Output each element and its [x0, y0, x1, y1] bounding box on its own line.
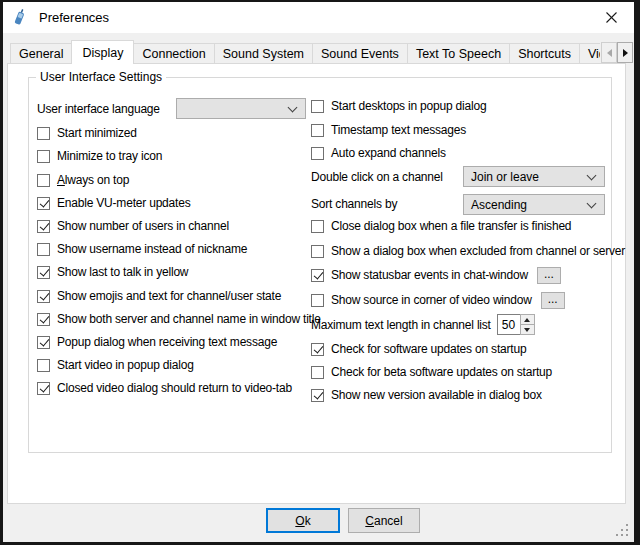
checkbox-label: Show new version available in dialog box — [331, 388, 542, 402]
checkbox-start-video-popup[interactable] — [37, 359, 50, 372]
sort-channels-row: Sort channels by — [311, 194, 397, 214]
resize-grip[interactable] — [616, 524, 630, 538]
sort-channels-combobox[interactable]: Ascending — [463, 194, 605, 215]
chevron-down-icon — [587, 171, 597, 181]
chevron-down-icon — [288, 103, 298, 113]
row-check-beta-updates: Check for beta software updates on start… — [311, 362, 552, 382]
checkbox-closed-video-return[interactable] — [37, 382, 50, 395]
checkbox-label: Minimize to tray icon — [57, 149, 162, 163]
row-close-filetransfer-dialog: Close dialog box when a file transfer is… — [311, 216, 571, 236]
tab-video[interactable]: Video — [579, 43, 600, 64]
chevron-right-icon — [623, 49, 628, 57]
row-show-emojis: Show emojis and text for channel/user st… — [37, 286, 281, 306]
checkbox-show-new-version[interactable] — [311, 389, 324, 402]
tab-connection[interactable]: Connection — [133, 43, 214, 64]
tab-label: General — [19, 47, 63, 61]
checkbox-label: Start desktops in popup dialog — [331, 99, 486, 113]
chevron-down-icon — [587, 199, 597, 209]
max-text-length-input[interactable]: 50 — [497, 314, 521, 335]
checkbox-check-beta-updates[interactable] — [311, 366, 324, 379]
checkbox-label: Show username instead of nickname — [57, 242, 247, 256]
checkbox-check-updates[interactable] — [311, 343, 324, 356]
checkbox-show-username[interactable] — [37, 243, 50, 256]
preferences-dialog: Preferences General Display Connection S… — [3, 2, 634, 542]
row-start-desktops-popup: Start desktops in popup dialog — [311, 96, 486, 116]
checkbox-show-video-source[interactable] — [311, 294, 324, 307]
row-show-statusbar-events: Show statusbar events in chat-window ... — [311, 265, 561, 285]
checkbox-label: Check for beta software updates on start… — [331, 365, 552, 379]
cancel-button[interactable]: Cancel — [348, 508, 420, 533]
tab-general[interactable]: General — [10, 43, 72, 64]
checkbox-auto-expand-channels[interactable] — [311, 147, 324, 160]
max-text-length-row: Maximum text length in channel list 50 — [311, 314, 535, 335]
sort-channels-label: Sort channels by — [311, 197, 397, 211]
checkbox-always-on-top[interactable] — [37, 174, 50, 187]
checkbox-label: Check for software updates on startup — [331, 342, 526, 356]
spin-down-icon — [524, 328, 530, 332]
user-interface-settings-group: User Interface Settings User interface l… — [28, 77, 612, 453]
row-auto-expand-channels: Auto expand channels — [311, 143, 446, 163]
checkbox-label: Show both server and channel name in win… — [57, 312, 321, 326]
cancel-button-label: Cancel — [365, 514, 402, 528]
checkbox-label: Start video in popup dialog — [57, 358, 194, 372]
row-show-excluded-dialog: Show a dialog box when excluded from cha… — [311, 241, 625, 261]
checkbox-label: Closed video dialog should return to vid… — [57, 381, 292, 395]
row-show-video-source: Show source in corner of video window ..… — [311, 290, 565, 310]
checkbox-close-filetransfer-dialog[interactable] — [311, 220, 324, 233]
checkbox-label: Timestamp text messages — [331, 123, 466, 137]
tab-label: Shortcuts — [518, 47, 571, 61]
teamtalk-app-icon — [13, 9, 30, 26]
ok-button[interactable]: Ok — [266, 508, 340, 533]
checkbox-show-excluded-dialog[interactable] — [311, 245, 324, 258]
tab-scroll-right-button[interactable] — [617, 42, 633, 63]
row-check-updates: Check for software updates on startup — [311, 339, 526, 359]
checkbox-popup-text-message[interactable] — [37, 336, 50, 349]
tab-label: Text To Speech — [416, 47, 501, 61]
tab-sound-system[interactable]: Sound System — [214, 43, 313, 64]
row-show-last-talk: Show last to talk in yellow — [37, 262, 188, 282]
row-show-new-version: Show new version available in dialog box — [311, 385, 542, 405]
checkbox-show-emojis[interactable] — [37, 290, 50, 303]
tab-display[interactable]: Display — [71, 40, 134, 64]
language-row: User interface language — [37, 99, 160, 119]
row-enable-vu-meter: Enable VU-meter updates — [37, 193, 190, 213]
checkbox-timestamp-messages[interactable] — [311, 124, 324, 137]
checkbox-minimize-to-tray[interactable] — [37, 150, 50, 163]
tab-shortcuts[interactable]: Shortcuts — [509, 43, 580, 64]
tab-text-to-speech[interactable]: Text To Speech — [407, 43, 510, 64]
spin-down-button[interactable] — [520, 324, 535, 335]
tab-label: Sound System — [223, 47, 304, 61]
statusbar-events-config-button[interactable]: ... — [537, 267, 561, 284]
checkbox-label: Show statusbar events in chat-window — [331, 268, 528, 282]
checkbox-label: Show emojis and text for channel/user st… — [57, 289, 281, 303]
checkbox-show-last-talk[interactable] — [37, 266, 50, 279]
double-click-combobox[interactable]: Join or leave — [463, 166, 605, 187]
group-title: User Interface Settings — [36, 70, 166, 84]
tab-label: Sound Events — [321, 47, 399, 61]
title-bar[interactable]: Preferences — [3, 2, 634, 33]
checkbox-server-channel-title[interactable] — [37, 313, 50, 326]
language-combobox[interactable] — [176, 98, 306, 119]
row-always-on-top: Always on top — [37, 170, 129, 190]
row-show-user-count: Show number of users in channel — [37, 216, 229, 236]
checkbox-start-desktops-popup[interactable] — [311, 100, 324, 113]
checkbox-label: Show last to talk in yellow — [57, 265, 188, 279]
double-click-row: Double click on a channel — [311, 167, 443, 187]
close-button[interactable] — [589, 2, 634, 33]
checkbox-label: Start minimized — [57, 126, 137, 140]
checkbox-label: Auto expand channels — [331, 146, 446, 160]
tab-scroll-left-button[interactable] — [601, 42, 617, 63]
checkbox-show-statusbar-events[interactable] — [311, 269, 324, 282]
checkbox-show-user-count[interactable] — [37, 220, 50, 233]
row-closed-video-return: Closed video dialog should return to vid… — [37, 378, 292, 398]
checkbox-start-minimized[interactable] — [37, 127, 50, 140]
video-source-config-button[interactable]: ... — [541, 292, 565, 309]
checkbox-label: Popup dialog when receiving text message — [57, 335, 277, 349]
max-text-length-label: Maximum text length in channel list — [311, 318, 491, 332]
row-popup-text-message: Popup dialog when receiving text message — [37, 332, 277, 352]
ok-button-label: Ok — [295, 514, 310, 528]
row-show-username: Show username instead of nickname — [37, 239, 247, 259]
tab-sound-events[interactable]: Sound Events — [312, 43, 408, 64]
window-title: Preferences — [39, 10, 109, 25]
checkbox-enable-vu-meter[interactable] — [37, 197, 50, 210]
